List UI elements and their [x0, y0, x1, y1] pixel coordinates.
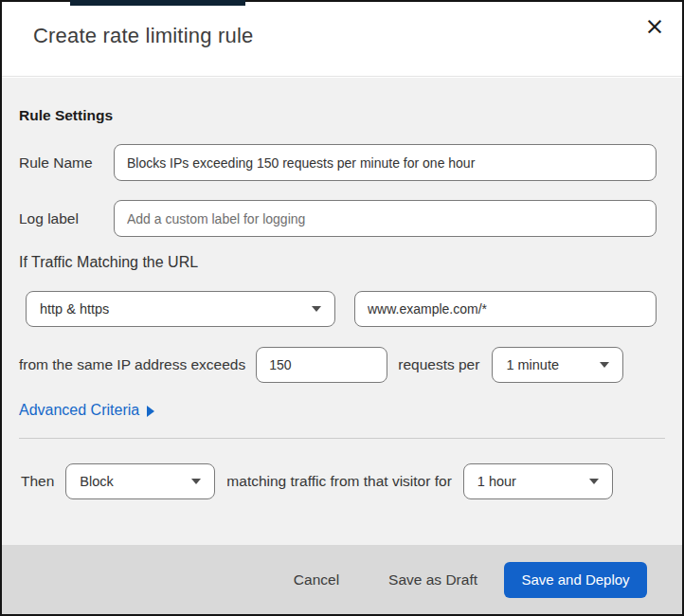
advanced-criteria-label: Advanced Criteria	[19, 402, 139, 419]
threshold-row: from the same IP address exceeds request…	[2, 347, 682, 383]
log-label-row: Log label	[2, 200, 682, 237]
log-label-input[interactable]	[114, 200, 657, 237]
close-icon: ×	[645, 14, 665, 38]
section-heading: Rule Settings	[19, 107, 113, 124]
traffic-match-heading: If Traffic Matching the URL	[19, 254, 198, 271]
action-select-value: Block	[80, 474, 113, 489]
chevron-down-icon	[191, 479, 201, 484]
cancel-button[interactable]: Cancel	[284, 564, 349, 596]
save-as-draft-button[interactable]: Save as Draft	[379, 564, 487, 596]
requests-count-input[interactable]	[256, 347, 387, 383]
duration-select-value: 1 hour	[477, 474, 516, 489]
period-select[interactable]: 1 minute	[492, 347, 623, 383]
rule-name-label: Rule Name	[19, 154, 93, 172]
scheme-select-value: http & https	[40, 301, 109, 317]
action-prefix-label: Then	[21, 473, 54, 490]
chevron-down-icon	[589, 479, 599, 484]
action-middle-label: matching traffic from that visitor for	[226, 473, 451, 490]
create-rate-limit-modal: Create rate limiting rule × Rule Setting…	[0, 0, 684, 616]
modal-body: Rule Settings Rule Name Log label If Tra…	[2, 78, 682, 545]
chevron-down-icon	[600, 362, 609, 368]
save-and-deploy-button[interactable]: Save and Deploy	[504, 562, 647, 598]
modal-footer: Cancel Save as Draft Save and Deploy	[2, 545, 682, 614]
rule-name-input[interactable]	[114, 144, 657, 181]
chevron-down-icon	[312, 306, 321, 312]
rule-name-row: Rule Name	[2, 144, 682, 181]
threshold-prefix-label: from the same IP address exceeds	[19, 356, 245, 373]
duration-select[interactable]: 1 hour	[463, 463, 613, 499]
modal-header: Create rate limiting rule ×	[2, 2, 682, 77]
threshold-middle-label: requests per	[398, 356, 479, 373]
section-divider	[19, 438, 665, 439]
top-edge-bar	[70, 0, 245, 6]
close-button[interactable]: ×	[639, 9, 671, 42]
log-label-label: Log label	[19, 210, 79, 227]
action-row: Then Block matching traffic from that vi…	[2, 463, 682, 499]
action-select[interactable]: Block	[65, 463, 215, 499]
scheme-select[interactable]: http & https	[26, 291, 335, 327]
url-input[interactable]	[354, 291, 657, 327]
dialog-title: Create rate limiting rule	[33, 24, 253, 48]
advanced-criteria-link[interactable]: Advanced Criteria	[19, 402, 154, 419]
period-select-value: 1 minute	[506, 357, 559, 372]
traffic-match-row: http & https	[2, 291, 682, 327]
triangle-right-icon	[147, 406, 154, 417]
